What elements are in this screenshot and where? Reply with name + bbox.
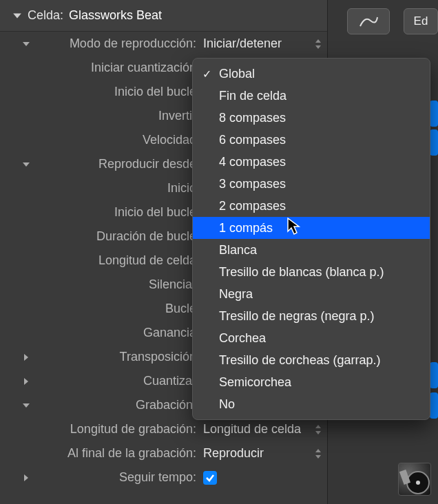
param-value-text: Reproducir bbox=[203, 446, 264, 461]
param-value-text: Longitud de celda bbox=[203, 422, 301, 437]
menu-item[interactable]: 1 compás bbox=[193, 217, 430, 239]
param-label: Longitud de grabación: bbox=[33, 422, 200, 437]
menu-item[interactable]: Tresillo de corcheas (garrap.) bbox=[193, 349, 430, 371]
menu-item[interactable]: No bbox=[193, 393, 430, 415]
param-label: Bucle bbox=[33, 302, 200, 316]
param-label: Grabación: bbox=[33, 398, 200, 412]
toolbar-curve-button[interactable] bbox=[347, 8, 390, 34]
param-label: Iniciar cuantización bbox=[33, 61, 200, 75]
param-label: Invertir bbox=[33, 109, 200, 123]
blue-track-segment[interactable] bbox=[430, 392, 438, 419]
blue-track-segment[interactable] bbox=[430, 129, 438, 156]
param-row[interactable]: Longitud de grabación:Longitud de celda bbox=[0, 417, 327, 441]
menu-item-label: 4 compases bbox=[219, 155, 286, 169]
stepper-arrows-icon[interactable] bbox=[315, 448, 322, 459]
menu-item[interactable]: Fin de celda bbox=[193, 85, 430, 107]
param-row[interactable]: Seguir tempo: bbox=[0, 465, 327, 490]
param-value[interactable]: Longitud de celda bbox=[200, 422, 327, 437]
menu-item-label: No bbox=[219, 397, 235, 412]
param-value[interactable]: Reproducir bbox=[200, 446, 327, 461]
param-row[interactable]: Modo de reproducción:Iniciar/detener bbox=[0, 32, 327, 56]
menu-item-label: Global bbox=[219, 67, 255, 81]
menu-item-label: 3 compases bbox=[219, 177, 286, 191]
param-label: Ganancia bbox=[33, 326, 200, 340]
menu-item-label: 2 compases bbox=[219, 199, 286, 213]
param-label: Seguir tempo: bbox=[33, 470, 200, 485]
menu-item[interactable]: 2 compases bbox=[193, 195, 430, 217]
param-value[interactable]: Iniciar/detener bbox=[200, 36, 327, 51]
stepper-arrows-icon[interactable] bbox=[315, 424, 322, 435]
menu-item[interactable]: Semicorchea bbox=[193, 371, 430, 393]
param-label: Inicio del bucle bbox=[33, 205, 200, 220]
param-label: Cuantizar bbox=[33, 374, 200, 388]
editor-edit-button[interactable]: Ed bbox=[404, 8, 438, 34]
param-label: Reproducir desde bbox=[33, 157, 200, 171]
menu-item-label: Negra bbox=[219, 287, 253, 302]
blue-track-segment[interactable] bbox=[430, 101, 438, 127]
cell-header[interactable]: Celda: Glassworks Beat bbox=[0, 0, 327, 32]
menu-item-label: 8 compases bbox=[219, 111, 286, 125]
svg-point-1 bbox=[416, 481, 420, 485]
menu-item[interactable]: 6 compases bbox=[193, 129, 430, 151]
menu-item[interactable]: 4 compases bbox=[193, 151, 430, 173]
menu-item[interactable]: ✓Global bbox=[193, 63, 430, 85]
quantize-dropdown-menu[interactable]: ✓GlobalFin de celda8 compases6 compases4… bbox=[192, 58, 430, 420]
chevron-right-icon[interactable] bbox=[22, 353, 30, 361]
menu-item[interactable]: Tresillo de negras (negra p.) bbox=[193, 305, 430, 327]
check-icon: ✓ bbox=[202, 67, 219, 81]
menu-item-label: Tresillo de corcheas (garrap.) bbox=[219, 353, 380, 368]
param-label: Longitud de celda bbox=[33, 253, 200, 268]
param-label: Inicio bbox=[33, 181, 200, 196]
menu-item-label: Tresillo de blancas (blanca p.) bbox=[219, 265, 384, 280]
menu-item[interactable]: Tresillo de blancas (blanca p.) bbox=[193, 261, 430, 283]
blue-track-segment[interactable] bbox=[430, 362, 438, 388]
param-label: Modo de reproducción: bbox=[33, 36, 200, 51]
clip-thumbnail[interactable] bbox=[398, 463, 431, 496]
chevron-down-icon[interactable] bbox=[12, 11, 22, 21]
param-label: Al final de la grabación: bbox=[33, 446, 200, 461]
chevron-right-icon[interactable] bbox=[22, 474, 30, 482]
param-label: Transposición bbox=[33, 350, 200, 364]
cell-header-label: Celda: bbox=[28, 8, 63, 23]
menu-item[interactable]: Negra bbox=[193, 283, 430, 305]
param-label: Inicio del bucle bbox=[33, 85, 200, 99]
cell-header-value: Glassworks Beat bbox=[69, 8, 162, 23]
menu-item[interactable]: 8 compases bbox=[193, 107, 430, 129]
menu-item-label: Semicorchea bbox=[219, 375, 291, 390]
menu-item-label: 6 compases bbox=[219, 133, 286, 147]
menu-item-label: Blanca bbox=[219, 243, 257, 258]
menu-item-label: Fin de celda bbox=[219, 89, 286, 103]
stepper-arrows-icon[interactable] bbox=[315, 39, 322, 50]
param-label: Silenciar bbox=[33, 277, 200, 292]
param-label: Duración de bucle bbox=[33, 229, 200, 244]
param-value[interactable] bbox=[200, 471, 327, 485]
edit-button-label: Ed bbox=[414, 14, 428, 28]
menu-item-label: Tresillo de negras (negra p.) bbox=[219, 309, 374, 324]
menu-item[interactable]: Corchea bbox=[193, 327, 430, 349]
chevron-down-icon[interactable] bbox=[22, 40, 30, 48]
chevron-down-icon[interactable] bbox=[22, 160, 30, 169]
menu-item-label: Corchea bbox=[219, 331, 266, 346]
menu-item-label: 1 compás bbox=[219, 221, 273, 235]
menu-item[interactable]: 3 compases bbox=[193, 173, 430, 195]
param-label: Velocidad bbox=[33, 133, 200, 147]
checkbox[interactable] bbox=[203, 471, 217, 485]
menu-item[interactable]: Blanca bbox=[193, 239, 430, 261]
param-row[interactable]: Al final de la grabación:Reproducir bbox=[0, 441, 327, 465]
param-value-text: Iniciar/detener bbox=[203, 36, 282, 51]
chevron-down-icon[interactable] bbox=[22, 401, 30, 410]
chevron-right-icon[interactable] bbox=[22, 377, 30, 386]
